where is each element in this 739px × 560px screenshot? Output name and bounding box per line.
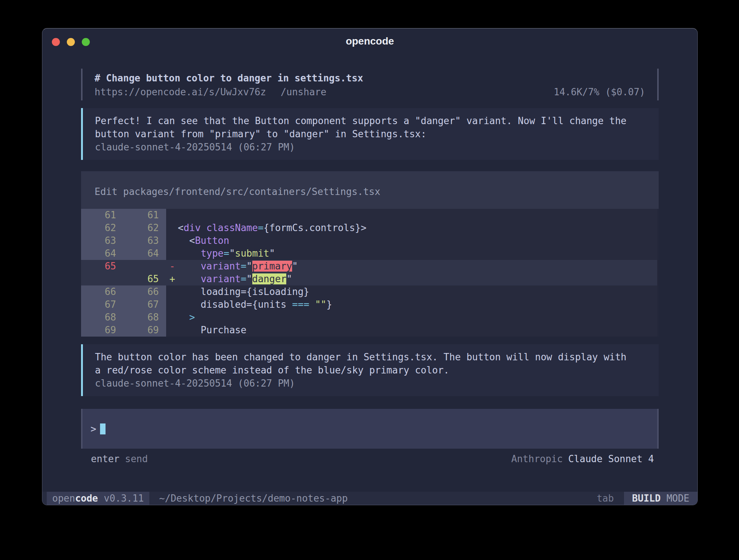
send-hint: entersend [91, 453, 148, 465]
assistant-message: The button color has been changed to dan… [81, 344, 659, 396]
diff-code-line [178, 209, 657, 222]
code-segment: " [269, 248, 275, 259]
code-segment [178, 248, 201, 259]
code-segment: Button [195, 235, 229, 246]
titlebar[interactable]: opencode [42, 28, 697, 54]
old-line-number: 64 [81, 247, 123, 260]
session-title: # Change button color to danger in setti… [95, 70, 645, 86]
message-meta: claude-sonnet-4-20250514 (06:27 PM) [95, 377, 651, 390]
working-directory: ~/Desktop/Projects/demo-notes-app [159, 492, 348, 505]
mode-label-rest: MODE [666, 493, 689, 504]
edit-tool-title: Edit packages/frontend/src/containers/Se… [95, 185, 659, 198]
tab-hint[interactable]: tab [597, 492, 614, 505]
code-segment: variant [201, 261, 241, 272]
diff-code-line: disabled={units === ""} [178, 298, 657, 311]
code-segment: < [178, 222, 184, 233]
message-text: The button color has been changed to dan… [95, 350, 651, 377]
diff-row: 6161 [81, 209, 657, 222]
code-segment [201, 222, 207, 233]
unshare-command[interactable]: /unshare [281, 87, 326, 97]
diff-marker [166, 324, 178, 337]
message-line: a red/rose color scheme instead of the b… [95, 364, 651, 377]
diff-marker [166, 222, 178, 234]
diff-code-line: variant="primary" [178, 260, 657, 273]
share-url[interactable]: https://opencode.ai/s/UwJxv76z [95, 87, 266, 97]
window-title: opencode [42, 28, 697, 54]
old-line-number [81, 273, 123, 285]
code-segment: < [178, 235, 195, 246]
code-segment: disabled={units [178, 299, 292, 310]
message-line: The button color has been changed to dan… [95, 350, 651, 364]
hint-action: send [125, 453, 148, 464]
diff-code-line: > [178, 311, 657, 324]
message-line: button variant from "primary" to "danger… [95, 127, 651, 141]
diff-code-line: <Button [178, 234, 657, 247]
app-window: opencode # Change button color to danger… [42, 28, 698, 505]
maximize-button[interactable] [82, 38, 90, 46]
status-bar: opencodev0.3.11 ~/Desktop/Projects/demo-… [42, 492, 697, 505]
new-line-number: 64 [123, 247, 166, 260]
code-segment: > [189, 312, 195, 323]
diff-marker [166, 234, 178, 247]
diff-view: 61616262<div className={formCs.controls}… [81, 209, 659, 337]
old-line-number: 67 [81, 298, 123, 311]
new-line-number: 62 [123, 222, 166, 234]
diff-code-line: <div className={formCs.controls}> [178, 222, 657, 234]
diff-code-line: type="submit" [178, 247, 657, 260]
code-segment: " [246, 261, 252, 272]
code-segment: loading={isLoading} [178, 286, 309, 297]
old-line-number: 62 [81, 222, 123, 234]
session-content: # Change button color to danger in setti… [81, 69, 659, 465]
minimize-button[interactable] [67, 38, 75, 46]
code-segment: " [286, 273, 292, 284]
model-name: Claude Sonnet 4 [568, 453, 654, 464]
code-segment: className [206, 222, 258, 233]
diff-row: 6464 type="submit" [81, 247, 657, 260]
prompt-input[interactable]: > [81, 409, 659, 449]
share-info: https://opencode.ai/s/UwJxv76z/unshare [95, 86, 326, 98]
code-segment: } [326, 299, 332, 310]
mode-label-bold: BUILD [632, 493, 660, 504]
diff-marker [166, 247, 178, 260]
diff-row: 6666 loading={isLoading} [81, 285, 657, 298]
code-segment [178, 273, 201, 284]
new-line-number: 68 [123, 311, 166, 324]
diff-marker [166, 298, 178, 311]
code-segment: = [223, 248, 229, 259]
code-segment [178, 312, 189, 323]
code-segment: type [201, 248, 224, 259]
code-segment: " [246, 273, 252, 284]
app-version-chip: opencodev0.3.11 [47, 492, 149, 505]
old-line-number: 65 [81, 260, 123, 273]
code-segment [309, 299, 315, 310]
code-segment: === [292, 299, 309, 310]
message-meta: claude-sonnet-4-20250514 (06:27 PM) [95, 141, 651, 154]
app-name-code: code [75, 493, 98, 504]
code-segment: variant [201, 273, 241, 284]
session-subheader: https://opencode.ai/s/UwJxv76z/unshare 1… [95, 86, 645, 98]
message-line: Perfect! I can see that the Button compo… [95, 114, 651, 127]
app-version: v0.3.11 [104, 493, 144, 504]
new-line-number: 67 [123, 298, 166, 311]
code-segment: Purchase [178, 325, 246, 335]
diff-marker [166, 285, 178, 298]
new-line-number: 65 [123, 273, 166, 285]
mode-chip[interactable]: BUILDMODE [624, 492, 697, 505]
edit-tool-panel: Edit packages/frontend/src/containers/Se… [81, 171, 659, 337]
diff-marker [166, 209, 178, 222]
diff-row: 6868 > [81, 311, 657, 324]
old-line-number: 69 [81, 324, 123, 337]
close-button[interactable] [52, 38, 60, 46]
hint-key: enter [91, 453, 119, 464]
app-name-open: open [52, 493, 75, 504]
diff-code-line: variant="danger" [178, 273, 657, 285]
new-line-number [123, 260, 166, 273]
old-line-number: 66 [81, 285, 123, 298]
model-indicator[interactable]: AnthropicClaude Sonnet 4 [511, 453, 654, 465]
diff-marker: + [166, 273, 178, 285]
prompt-symbol: > [91, 423, 96, 434]
diff-marker [166, 311, 178, 324]
old-line-number: 61 [81, 209, 123, 222]
code-segment: {formCs.controls}> [264, 222, 367, 233]
session-header: # Change button color to danger in setti… [81, 69, 659, 100]
